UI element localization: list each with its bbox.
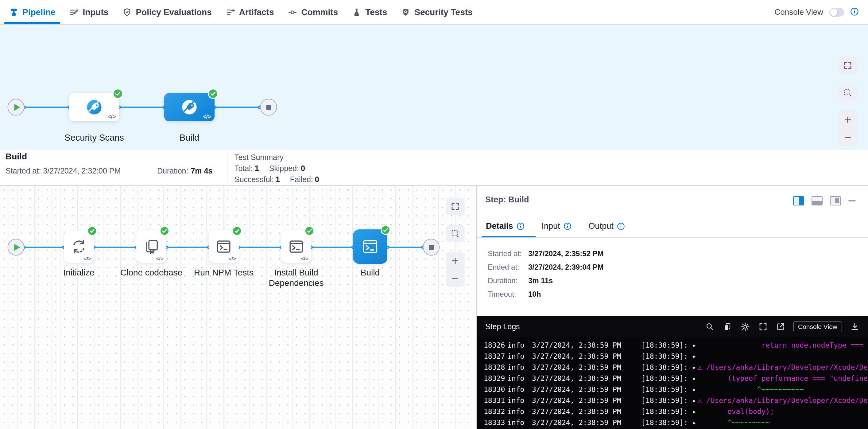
info-icon[interactable] bbox=[517, 222, 525, 230]
log-line: 18329info3/27/2024, 2:38:59 PM[18:38:59]… bbox=[477, 373, 868, 384]
stage-card-security-scans[interactable]: </> bbox=[69, 93, 119, 121]
log-line: 18332info3/27/2024, 2:38:59 PM[18:38:59]… bbox=[477, 406, 868, 417]
marquee-select-button[interactable] bbox=[838, 84, 857, 101]
step-label: Install Build Dependencies bbox=[258, 268, 335, 288]
pipeline-start-node bbox=[8, 99, 25, 116]
tab-security-tests[interactable]: Security Tests bbox=[401, 0, 472, 24]
artifacts-icon bbox=[226, 8, 235, 17]
security-tests-icon bbox=[401, 8, 410, 17]
stage-duration: Duration:7m 4s bbox=[157, 166, 212, 175]
log-line: 18331info3/27/2024, 2:38:59 PM[18:38:59]… bbox=[477, 395, 868, 406]
toggle-knob bbox=[830, 9, 837, 16]
tab-tests[interactable]: Tests bbox=[352, 0, 387, 24]
download-icon[interactable] bbox=[850, 322, 859, 331]
console-view-button[interactable]: Console View bbox=[794, 321, 842, 332]
tab-commits[interactable]: Commits bbox=[288, 0, 338, 24]
clone-icon bbox=[143, 238, 160, 255]
top-nav: Pipeline Inputs Policy Evaluations Artif… bbox=[0, 0, 868, 25]
search-icon[interactable] bbox=[705, 322, 715, 331]
marquee-select-button[interactable] bbox=[446, 225, 465, 242]
step-card-run-npm-tests[interactable]: </> bbox=[209, 230, 239, 263]
stage-graph-canvas[interactable]: </> </> Security Scans Build bbox=[0, 25, 868, 150]
success-badge bbox=[381, 225, 391, 236]
pipeline-icon bbox=[9, 8, 19, 17]
info-icon[interactable] bbox=[563, 222, 571, 230]
step-card-clone-codebase[interactable]: </> bbox=[136, 230, 166, 263]
stage-card-build[interactable]: </> bbox=[164, 93, 215, 121]
terminal-icon bbox=[215, 238, 232, 255]
test-summary: Test Summary Total:1 Skipped:0 Successfu… bbox=[235, 152, 327, 185]
step-logs-header: Step Logs bbox=[477, 316, 868, 337]
tab-input[interactable]: Input bbox=[542, 221, 571, 231]
settings-gear-icon[interactable] bbox=[740, 322, 750, 332]
step-graph-canvas[interactable]: </> </> </> bbox=[0, 186, 477, 429]
stage-module-icon bbox=[181, 99, 198, 116]
tab-label: Inputs bbox=[83, 7, 108, 17]
policy-evaluations-icon bbox=[122, 8, 132, 17]
tab-label: Artifacts bbox=[239, 7, 274, 17]
step-logs: Step Logs bbox=[477, 316, 868, 429]
fit-to-screen-button[interactable] bbox=[446, 197, 465, 215]
step-card-initialize[interactable]: </> bbox=[64, 230, 94, 263]
open-in-new-icon[interactable] bbox=[776, 322, 785, 331]
copy-icon[interactable] bbox=[723, 322, 732, 331]
step-panel-title: Step: Build bbox=[485, 195, 529, 205]
layout-bottom-panel-icon[interactable] bbox=[811, 196, 823, 206]
log-actions: Console View bbox=[705, 321, 859, 332]
stage-module-icon bbox=[86, 99, 103, 116]
tab-inputs[interactable]: Inputs bbox=[69, 0, 108, 24]
stage-connector-line bbox=[24, 106, 259, 108]
terminal-icon bbox=[361, 238, 379, 255]
tab-pipeline[interactable]: Pipeline bbox=[9, 0, 55, 24]
test-successful: Successful:1 bbox=[235, 175, 280, 184]
tab-output[interactable]: Output bbox=[589, 221, 625, 231]
code-mark: </> bbox=[84, 256, 91, 262]
tab-artifacts[interactable]: Artifacts bbox=[226, 0, 274, 24]
zoom-in-button[interactable] bbox=[838, 111, 857, 128]
step-label: Initialize bbox=[40, 268, 117, 278]
detail-row: Started at:3/27/2024, 2:35:52 PM bbox=[488, 249, 604, 258]
stage-summary-band: Build Started at: 3/27/2024, 2:32:00 PM … bbox=[0, 150, 868, 186]
tab-policy-evaluations[interactable]: Policy Evaluations bbox=[122, 0, 212, 24]
detail-row: Timeout:10h bbox=[488, 290, 541, 299]
zoom-out-button[interactable] bbox=[838, 128, 857, 146]
test-skipped: Skipped:0 bbox=[269, 164, 305, 173]
log-line: 18328info3/27/2024, 2:38:59 PM[18:38:59]… bbox=[477, 362, 868, 373]
code-mark: </> bbox=[108, 113, 116, 120]
lower-area: </> </> </> bbox=[0, 186, 868, 429]
code-mark: </> bbox=[156, 256, 164, 262]
fullscreen-icon[interactable] bbox=[758, 322, 768, 331]
step-card-install-build-dependencies[interactable]: </> bbox=[281, 230, 311, 263]
step-card-build[interactable]: </> bbox=[353, 229, 388, 264]
layout-right-panel-icon[interactable] bbox=[793, 196, 804, 206]
commits-icon bbox=[288, 8, 297, 17]
success-badge bbox=[87, 226, 97, 237]
nav-right: Console View bbox=[774, 7, 859, 17]
success-badge bbox=[208, 88, 218, 100]
fit-to-screen-button[interactable] bbox=[838, 57, 857, 74]
tab-label: Tests bbox=[365, 7, 387, 17]
test-total: Total:1 bbox=[235, 164, 259, 173]
stage-summary-title: Build bbox=[5, 152, 27, 161]
step-start-node bbox=[8, 239, 25, 256]
code-mark: </> bbox=[377, 257, 384, 263]
inputs-icon bbox=[69, 8, 79, 17]
zoom-out-button[interactable] bbox=[446, 269, 465, 287]
stop-icon bbox=[266, 105, 271, 110]
info-icon[interactable] bbox=[617, 222, 625, 230]
play-icon bbox=[14, 244, 20, 251]
step-details-panel: Step: Build Details Input Output St bbox=[477, 186, 868, 429]
console-view-toggle[interactable] bbox=[829, 8, 844, 17]
tab-label: Commits bbox=[301, 7, 338, 17]
zoom-in-button[interactable] bbox=[446, 252, 465, 269]
layout-floating-panel-icon[interactable] bbox=[830, 196, 841, 206]
log-rows[interactable]: 18326info3/27/2024, 2:38:59 PM[18:38:59]… bbox=[477, 337, 868, 428]
success-badge bbox=[232, 226, 242, 237]
code-mark: </> bbox=[203, 113, 211, 120]
play-icon bbox=[14, 104, 20, 111]
tab-details[interactable]: Details bbox=[486, 221, 525, 231]
step-label: Clone codebase bbox=[113, 268, 190, 278]
minimize-panel-icon[interactable] bbox=[848, 200, 856, 202]
test-summary-heading: Test Summary bbox=[235, 152, 327, 163]
info-icon[interactable] bbox=[850, 7, 859, 17]
